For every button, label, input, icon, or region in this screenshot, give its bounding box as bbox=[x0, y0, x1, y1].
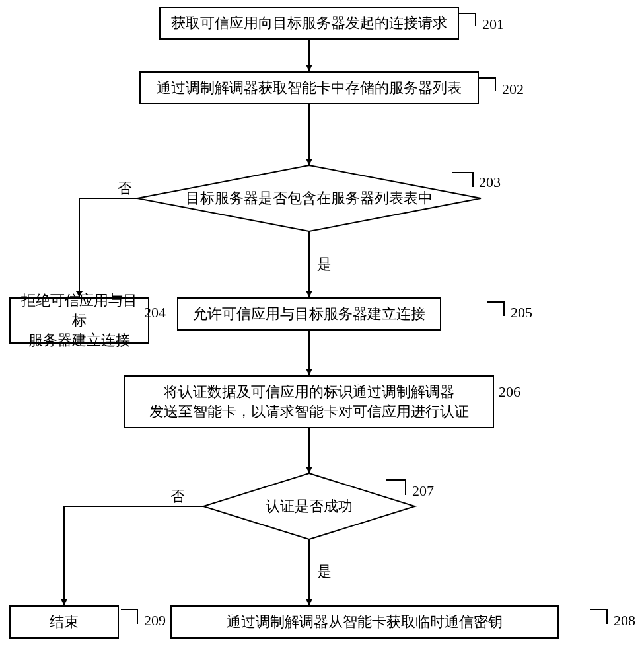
node-201-text: 获取可信应用向目标服务器发起的连接请求 bbox=[171, 13, 447, 33]
node-201: 获取可信应用向目标服务器发起的连接请求 bbox=[159, 7, 459, 40]
node-209: 结束 bbox=[9, 605, 119, 639]
node-206-text: 将认证数据及可信应用的标识通过调制解调器 发送至智能卡，以请求智能卡对可信应用进… bbox=[149, 382, 469, 421]
edge-207-yes: 是 bbox=[317, 562, 332, 582]
edge-203-yes: 是 bbox=[317, 254, 332, 274]
node-206: 将认证数据及可信应用的标识通过调制解调器 发送至智能卡，以请求智能卡对可信应用进… bbox=[124, 375, 494, 428]
label-203: 203 bbox=[479, 174, 501, 191]
label-209: 209 bbox=[144, 612, 166, 629]
label-206: 206 bbox=[499, 383, 520, 401]
label-207: 207 bbox=[412, 483, 434, 500]
label-205: 205 bbox=[511, 304, 532, 321]
node-202: 通过调制解调器获取智能卡中存储的服务器列表 bbox=[139, 71, 479, 104]
node-207-text: 认证是否成功 bbox=[266, 496, 353, 516]
node-202-text: 通过调制解调器获取智能卡中存储的服务器列表 bbox=[157, 78, 462, 98]
node-204: 拒绝可信应用与目标 服务器建立连接 bbox=[9, 297, 149, 344]
node-204-text: 拒绝可信应用与目标 服务器建立连接 bbox=[16, 291, 143, 350]
flowchart: 获取可信应用向目标服务器发起的连接请求 201 通过调制解调器获取智能卡中存储的… bbox=[0, 0, 644, 661]
label-202: 202 bbox=[502, 81, 524, 98]
node-205: 允许可信应用与目标服务器建立连接 bbox=[177, 297, 441, 330]
node-208: 通过调制解调器从智能卡获取临时通信密钥 bbox=[170, 605, 559, 639]
edge-203-no: 否 bbox=[118, 178, 132, 198]
edge-207-no: 否 bbox=[170, 486, 185, 506]
node-208-text: 通过调制解调器从智能卡获取临时通信密钥 bbox=[227, 612, 503, 632]
node-207: 认证是否成功 bbox=[243, 496, 375, 517]
node-203-text: 目标服务器是否包含在服务器列表表中 bbox=[186, 188, 433, 208]
label-204: 204 bbox=[144, 304, 166, 321]
node-205-text: 允许可信应用与目标服务器建立连接 bbox=[193, 304, 425, 324]
node-203: 目标服务器是否包含在服务器列表表中 bbox=[167, 182, 451, 214]
node-209-text: 结束 bbox=[50, 612, 79, 632]
label-201: 201 bbox=[482, 16, 504, 33]
label-208: 208 bbox=[614, 612, 635, 629]
